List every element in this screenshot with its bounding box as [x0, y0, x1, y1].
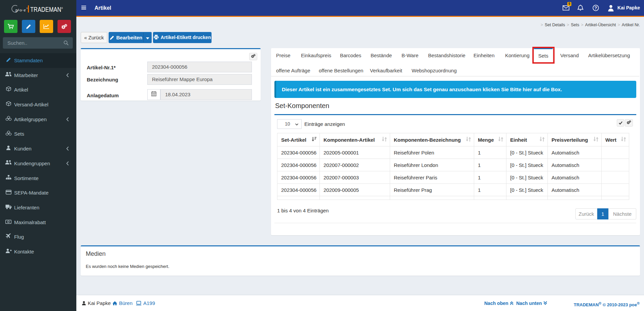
svg-text:?: ?	[595, 5, 597, 10]
svg-text:®: ®	[27, 7, 28, 9]
svg-text:p·o·e: p·o·e	[15, 7, 26, 12]
